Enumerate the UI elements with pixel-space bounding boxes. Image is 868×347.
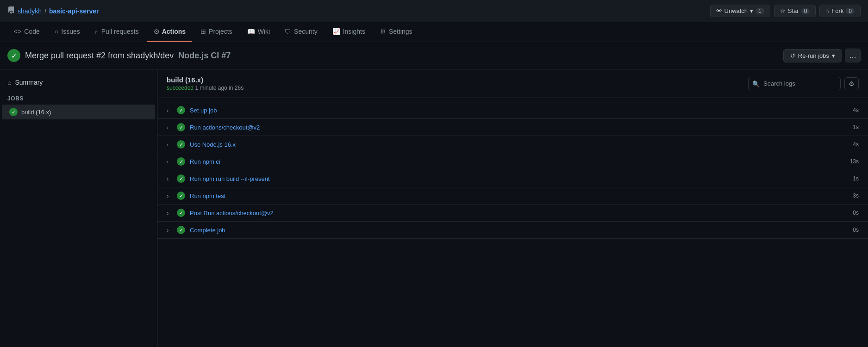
tab-pull-requests-label: Pull requests — [101, 28, 139, 35]
build-status: succeeded — [167, 85, 194, 91]
build-subtitle: succeeded 1 minute ago in 26s — [167, 85, 244, 91]
tab-pull-requests[interactable]: ⑃ Pull requests — [88, 22, 145, 42]
tab-code[interactable]: <> Code — [7, 22, 46, 42]
step-chevron-icon: › — [167, 124, 173, 131]
job-success-icon: ✓ — [9, 108, 18, 116]
tab-actions[interactable]: ⊙ Actions — [147, 22, 192, 42]
nav-tabs: <> Code ○ Issues ⑃ Pull requests ⊙ Actio… — [0, 22, 868, 42]
page-header-buttons: ↺ Re-run jobs ▾ … — [783, 49, 861, 62]
step-name: Use Node.js 16.x — [190, 141, 853, 148]
main-layout: ⌂ Summary Jobs ✓ build (16.x) build (16.… — [0, 69, 868, 347]
eye-icon: 👁 — [716, 7, 722, 14]
star-icon: ☆ — [780, 7, 786, 14]
watch-button[interactable]: 👁 Unwatch ▾ 1 — [710, 5, 770, 17]
step-duration: 1s — [853, 124, 859, 130]
workflow-success-icon: ✓ — [7, 49, 20, 62]
step-name: Set up job — [190, 107, 853, 114]
step-success-icon: ✓ — [177, 140, 185, 149]
sidebar-job-build-16x[interactable]: ✓ build (16.x) — [2, 105, 155, 119]
step-row[interactable]: › ✓ Run npm ci 13s — [157, 153, 868, 170]
tab-insights[interactable]: 📈 Insights — [326, 22, 372, 42]
step-row[interactable]: › ✓ Run npm run build --if-present 1s — [157, 170, 868, 187]
step-row[interactable]: › ✓ Run npm test 3s — [157, 187, 868, 204]
page-title-area: ✓ Merge pull request #2 from shadykh/dev… — [7, 49, 231, 62]
log-settings-button[interactable]: ⚙ — [844, 77, 859, 90]
wiki-icon: 📖 — [247, 28, 255, 35]
step-success-icon: ✓ — [177, 226, 185, 234]
step-chevron-icon: › — [167, 210, 173, 217]
step-success-icon: ✓ — [177, 192, 185, 200]
star-label: Star — [788, 7, 799, 14]
build-time: 1 minute ago in 26s — [195, 85, 244, 91]
code-icon: <> — [14, 28, 21, 35]
step-chevron-icon: › — [167, 175, 173, 182]
jobs-section-label: Jobs — [0, 90, 157, 105]
fork-count: 0 — [846, 8, 855, 14]
tab-issues[interactable]: ○ Issues — [48, 22, 87, 42]
step-success-icon: ✓ — [177, 106, 185, 114]
step-name: Run npm ci — [190, 158, 850, 165]
sidebar: ⌂ Summary Jobs ✓ build (16.x) — [0, 69, 157, 347]
summary-label: Summary — [15, 79, 43, 86]
step-success-icon: ✓ — [177, 209, 185, 217]
step-row[interactable]: › ✓ Run actions/checkout@v2 1s — [157, 119, 868, 136]
page-header: ✓ Merge pull request #2 from shadykh/dev… — [0, 42, 868, 69]
step-duration: 13s — [850, 158, 859, 165]
page-title-suffix: Node.js CI #7 — [176, 51, 231, 60]
step-row[interactable]: › ✓ Set up job 4s — [157, 102, 868, 119]
tab-settings[interactable]: ⚙ Settings — [374, 22, 419, 42]
tab-insights-label: Insights — [343, 28, 365, 35]
step-duration: 1s — [853, 175, 859, 182]
repo-owner[interactable]: shadykh — [18, 7, 42, 15]
step-duration: 4s — [853, 107, 859, 113]
more-options-button[interactable]: … — [845, 49, 861, 62]
fork-button[interactable]: ⑃ Fork 0 — [819, 5, 861, 17]
projects-icon: ⊞ — [200, 28, 206, 35]
more-icon: … — [849, 51, 856, 59]
step-name: Run npm run build --if-present — [190, 175, 853, 182]
step-duration: 3s — [853, 192, 859, 199]
search-logs-icon: 🔍 — [752, 80, 760, 87]
search-logs-input[interactable] — [748, 77, 841, 90]
search-logs-wrapper: 🔍 ⚙ — [748, 77, 859, 90]
rerun-jobs-button[interactable]: ↺ Re-run jobs ▾ — [783, 49, 842, 62]
step-chevron-icon: › — [167, 107, 173, 114]
rerun-jobs-label: Re-run jobs — [798, 52, 829, 59]
home-icon: ⌂ — [7, 79, 11, 86]
repo-title: shadykh / basic-api-server — [7, 6, 99, 15]
tab-wiki[interactable]: 📖 Wiki — [241, 22, 276, 42]
job-label: build (16.x) — [21, 109, 51, 116]
tab-wiki-label: Wiki — [258, 28, 270, 35]
tab-settings-label: Settings — [389, 28, 412, 35]
tab-security-label: Security — [294, 28, 318, 35]
tab-actions-label: Actions — [162, 28, 186, 35]
star-button[interactable]: ☆ Star 0 — [774, 5, 816, 17]
step-duration: 0s — [853, 227, 859, 233]
page-title: Merge pull request #2 from shadykh/dev N… — [25, 51, 231, 61]
step-name: Complete job — [190, 227, 853, 234]
pull-requests-icon: ⑃ — [95, 28, 99, 35]
tab-issues-label: Issues — [61, 28, 80, 35]
step-chevron-icon: › — [167, 158, 173, 165]
watch-label: Unwatch — [724, 7, 748, 14]
build-info: build (16.x) succeeded 1 minute ago in 2… — [167, 76, 244, 91]
header-actions: 👁 Unwatch ▾ 1 ☆ Star 0 ⑃ Fork 0 — [710, 5, 861, 17]
tab-projects[interactable]: ⊞ Projects — [194, 22, 239, 42]
step-row[interactable]: › ✓ Post Run actions/checkout@v2 0s — [157, 204, 868, 222]
step-chevron-icon: › — [167, 141, 173, 148]
rerun-dropdown-icon: ▾ — [832, 52, 835, 59]
step-row[interactable]: › ✓ Complete job 0s — [157, 222, 868, 239]
repo-name[interactable]: basic-api-server — [49, 7, 99, 15]
build-title: build (16.x) — [167, 76, 244, 84]
tab-code-label: Code — [24, 28, 39, 35]
step-row[interactable]: › ✓ Use Node.js 16.x 4s — [157, 136, 868, 153]
step-name: Post Run actions/checkout@v2 — [190, 210, 853, 217]
tab-security[interactable]: 🛡 Security — [278, 22, 324, 42]
search-logs-container: 🔍 — [748, 77, 841, 90]
star-count: 0 — [801, 8, 810, 14]
sidebar-summary-item[interactable]: ⌂ Summary — [0, 75, 157, 90]
watch-count: 1 — [756, 8, 764, 14]
settings-icon: ⚙ — [380, 28, 386, 35]
step-name: Run npm test — [190, 192, 853, 199]
actions-icon: ⊙ — [154, 28, 159, 35]
